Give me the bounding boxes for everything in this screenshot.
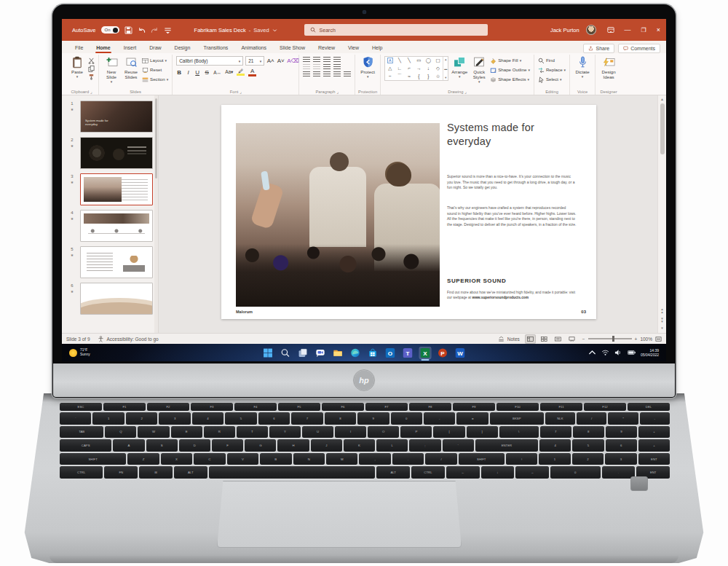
replace-button[interactable]: Replace▾: [538, 67, 566, 74]
close-icon[interactable]: ×: [657, 26, 660, 34]
section-button[interactable]: Section▾: [142, 76, 168, 83]
qat-more-icon[interactable]: [164, 26, 172, 34]
shapes-gallery-scrollbar[interactable]: ▲▬▼: [443, 57, 448, 80]
slide-thumbnail-3[interactable]: [80, 173, 153, 205]
animation-star-icon[interactable]: ★: [71, 289, 74, 294]
slide-paragraph-1[interactable]: Superior sound is more than a nice-to-ha…: [447, 174, 577, 191]
slide-cta-text[interactable]: Find out more about how we've miniaturiz…: [447, 290, 579, 301]
bullets-icon[interactable]: [303, 57, 310, 63]
fit-to-window-icon[interactable]: [655, 336, 662, 342]
find-button[interactable]: Find: [538, 58, 566, 64]
tab-transitions[interactable]: Transitions: [197, 43, 234, 53]
user-name[interactable]: Jack Purton: [550, 27, 579, 34]
align-left-icon[interactable]: [303, 71, 310, 77]
accessibility-status[interactable]: Accessibility: Good to go: [98, 336, 159, 342]
text-direction-icon[interactable]: [344, 71, 351, 77]
thumbnail-scrollbar[interactable]: [154, 95, 158, 333]
animation-star-icon[interactable]: ★: [71, 107, 74, 111]
minimize-icon[interactable]: —: [625, 26, 631, 34]
scroll-down-icon[interactable]: ▼: [660, 327, 663, 331]
text-height-icon[interactable]: [333, 57, 341, 63]
shape-glyph[interactable]: ╲: [408, 57, 411, 64]
shapes-gallery[interactable]: A╲╲▭◯▢△∟⌐→↓◇~⌒≈{}☆▲▬▼: [384, 56, 448, 81]
shape-glyph[interactable]: ◯: [426, 57, 431, 64]
protect-button[interactable]: Protect▾: [359, 56, 376, 87]
shape-glyph[interactable]: →: [416, 65, 422, 72]
taskbar-word-icon[interactable]: W: [454, 347, 467, 359]
slide-subheading[interactable]: SUPERIOR SOUND: [447, 278, 506, 284]
font-size-select[interactable]: 21▾: [245, 56, 264, 66]
normal-view-icon[interactable]: [526, 335, 535, 343]
shape-glyph[interactable]: △: [388, 65, 392, 72]
tab-home[interactable]: Home: [90, 43, 116, 53]
zoom-level[interactable]: 100%: [640, 337, 652, 342]
scrollbar-thumb[interactable]: [660, 103, 665, 154]
slideshow-icon[interactable]: [567, 335, 577, 343]
tab-file[interactable]: File: [69, 43, 89, 53]
paste-button[interactable]: Paste▾: [68, 56, 86, 87]
shape-glyph[interactable]: ∟: [397, 65, 402, 72]
animation-star-icon[interactable]: ★: [71, 216, 74, 221]
taskbar-chat-icon[interactable]: [314, 347, 327, 359]
increase-font-icon[interactable]: A˄: [266, 58, 274, 64]
restore-icon[interactable]: ❐: [641, 27, 646, 34]
tab-view[interactable]: View: [342, 43, 365, 53]
new-slide-button[interactable]: New Slide▾: [103, 56, 120, 87]
battery-icon[interactable]: [628, 349, 636, 356]
slide-thumbnail-1[interactable]: System made for everyday: [80, 101, 153, 133]
underline-button[interactable]: U: [194, 69, 200, 76]
slide-thumbnail-5[interactable]: [80, 246, 153, 278]
slide-thumbnail-4[interactable]: [80, 210, 153, 242]
taskbar-powerpoint-icon[interactable]: P: [437, 347, 449, 359]
taskbar-task-view-icon[interactable]: [297, 347, 309, 359]
weather-widget[interactable]: 71°F Sunny: [62, 348, 171, 357]
align-right-icon[interactable]: [323, 71, 331, 77]
numbering-icon[interactable]: [313, 57, 320, 63]
tab-review[interactable]: Review: [312, 43, 341, 53]
quick-styles-button[interactable]: Quick Styles▾: [470, 56, 488, 87]
hidden-icons-chevron[interactable]: [588, 349, 596, 356]
clear-format-icon[interactable]: A⌫: [287, 58, 295, 64]
tab-slide-show[interactable]: Slide Show: [274, 43, 311, 53]
font-family-select[interactable]: Calibri (Body)▾: [176, 56, 243, 66]
speaker-icon[interactable]: [614, 349, 622, 356]
shape-glyph[interactable]: ▭: [416, 57, 421, 64]
shape-outline-button[interactable]: Shape Outline▾: [490, 67, 530, 74]
avatar[interactable]: [586, 25, 596, 35]
shape-glyph[interactable]: A: [387, 58, 393, 63]
autosave-toggle[interactable]: On: [101, 26, 119, 34]
undo-icon[interactable]: [138, 26, 146, 34]
reading-view-icon[interactable]: [553, 335, 563, 343]
shape-fill-button[interactable]: Shape Fill▾: [490, 58, 530, 64]
reuse-slides-button[interactable]: Reuse Slides: [122, 56, 140, 87]
align-text-icon[interactable]: [333, 64, 341, 70]
tab-design[interactable]: Design: [169, 43, 197, 53]
redo-icon[interactable]: [151, 26, 159, 34]
tab-draw[interactable]: Draw: [143, 43, 167, 53]
strikethrough-button[interactable]: S: [204, 69, 210, 76]
taskbar-store-icon[interactable]: [367, 347, 379, 359]
bold-button[interactable]: B: [176, 69, 182, 76]
shape-glyph[interactable]: ~: [389, 73, 392, 80]
shape-glyph[interactable]: ⌐: [408, 65, 411, 72]
justify-icon[interactable]: [333, 71, 341, 77]
reset-button[interactable]: Reset: [142, 67, 168, 74]
taskbar-outlook-icon[interactable]: O: [384, 347, 397, 359]
taskbar-start-icon[interactable]: [262, 347, 274, 359]
taskbar-explorer-icon[interactable]: [332, 347, 344, 359]
font-color-icon[interactable]: A: [248, 68, 256, 76]
wifi-icon[interactable]: [601, 349, 609, 356]
scroll-up-icon[interactable]: ▲: [660, 97, 664, 101]
change-case-icon[interactable]: Aa▾: [225, 69, 233, 75]
slide-canvas[interactable]: Systems made for everyday Superior sound…: [221, 105, 596, 319]
format-painter-icon[interactable]: [88, 74, 95, 80]
shape-glyph[interactable]: ◇: [436, 65, 440, 72]
select-button[interactable]: Select▾: [538, 76, 566, 83]
slide-title[interactable]: Systems made for everyday: [447, 121, 563, 148]
cut-icon[interactable]: [88, 58, 95, 64]
taskbar-clock[interactable]: 14:39 05/04/2022: [641, 348, 659, 358]
slide-indicator[interactable]: Slide 3 of 9: [66, 337, 90, 342]
search-input[interactable]: Search: [304, 24, 488, 36]
shape-glyph[interactable]: ↓: [427, 65, 430, 72]
animation-star-icon[interactable]: ★: [71, 253, 74, 257]
